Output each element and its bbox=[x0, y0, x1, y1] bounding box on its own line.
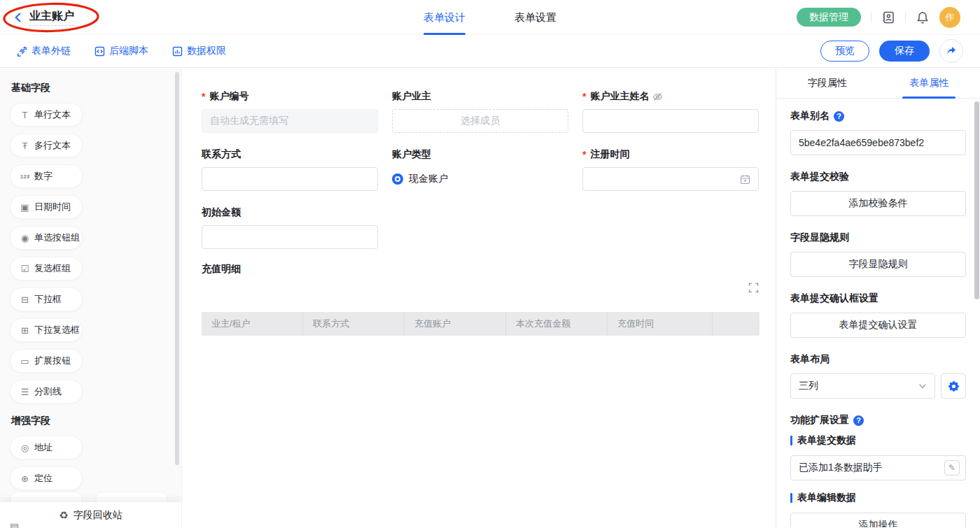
single-line-text-icon: T bbox=[20, 110, 30, 120]
toolbar-links: 表单外链 后端脚本 数据权限 bbox=[17, 45, 226, 57]
field-contact[interactable]: 联系方式 bbox=[202, 148, 378, 191]
data-permission-button[interactable]: 数据权限 bbox=[172, 45, 226, 57]
calendar-icon bbox=[740, 174, 750, 185]
field-pill-address[interactable]: ◎地址 bbox=[10, 436, 83, 459]
share-arrow-icon bbox=[946, 45, 957, 57]
field-account-type[interactable]: 账户类型 现金账户 bbox=[392, 148, 568, 191]
submit-validation-label: 表单提交校验 bbox=[790, 171, 849, 183]
expand-fullscreen-icon[interactable] bbox=[748, 283, 759, 293]
tab-form-properties[interactable]: 表单属性 bbox=[878, 68, 980, 98]
initial-amount-input[interactable] bbox=[202, 225, 378, 249]
subtable-col-actions bbox=[713, 312, 760, 336]
form-alias-label: 表单别名 bbox=[790, 110, 830, 122]
form-external-link-button[interactable]: 表单外链 bbox=[17, 45, 71, 57]
extension-settings-title: 功能扩展设置 bbox=[790, 414, 849, 427]
account-owner-picker[interactable]: 选择成员 bbox=[392, 109, 568, 133]
help-icon[interactable]: ? bbox=[834, 111, 844, 122]
recycle-icon: ♻ bbox=[59, 509, 68, 522]
subtable-col-time: 充值时间 bbox=[608, 312, 713, 336]
field-label: 账户业主姓名 bbox=[590, 90, 649, 103]
address-icon: ◎ bbox=[20, 443, 30, 453]
radio-group-icon: ◉ bbox=[20, 233, 30, 243]
confirm-box-label: 表单提交确认框设置 bbox=[790, 292, 878, 305]
extend-button-icon: ▭ bbox=[20, 356, 30, 366]
field-owner-name[interactable]: * 账户业主姓名 bbox=[582, 90, 759, 133]
section-title-enhanced-fields: 增强字段 bbox=[11, 415, 167, 427]
notification-bell-icon[interactable] bbox=[916, 10, 930, 24]
form-toolbar: 表单外链 后端脚本 数据权限 预览 保存 bbox=[0, 35, 980, 68]
field-register-time[interactable]: *注册时间 bbox=[582, 148, 759, 191]
save-button[interactable]: 保存 bbox=[879, 41, 930, 62]
add-validation-button[interactable]: 添加校验条件 bbox=[790, 191, 966, 216]
submit-data-label: 表单提交数据 bbox=[797, 434, 856, 447]
form-alias-input[interactable]: 5be4e2fa4ae659ebe873bef2 bbox=[790, 130, 966, 155]
designer-body: 基础字段 T单行文本 Ŧ多行文本 123数字 ▣日期时间 ◉单选按钮组 ☑复选框… bbox=[0, 68, 980, 528]
tab-field-properties[interactable]: 字段属性 bbox=[776, 68, 878, 98]
top-header: 业主账户 表单设计 表单设置 数据管理 作 bbox=[0, 0, 980, 35]
select-icon: ⊟ bbox=[20, 294, 30, 305]
field-label: 注册时间 bbox=[590, 148, 629, 161]
location-icon: ⊕ bbox=[20, 473, 30, 484]
field-recycle-bin-button[interactable]: ♻ 字段回收站 ▤ bbox=[0, 502, 181, 528]
data-manage-button[interactable]: 数据管理 bbox=[797, 8, 861, 27]
help-icon[interactable]: ? bbox=[853, 415, 864, 426]
field-label: 充值明细 bbox=[202, 263, 241, 276]
layout-settings-button[interactable] bbox=[941, 373, 966, 399]
divider bbox=[905, 12, 906, 23]
visibility-rule-label: 字段显隐规则 bbox=[790, 231, 849, 244]
field-pill-extend-button[interactable]: ▭扩展按钮 bbox=[10, 349, 83, 373]
preview-button[interactable]: 预览 bbox=[820, 41, 869, 62]
toolbar-actions: 预览 保存 bbox=[820, 39, 963, 63]
tab-form-design[interactable]: 表单设计 bbox=[424, 0, 465, 35]
field-pill-radio-group[interactable]: ◉单选按钮组 bbox=[10, 226, 83, 250]
divider bbox=[871, 12, 872, 23]
cash-account-radio[interactable] bbox=[392, 173, 403, 185]
clipped-icon: ▤ bbox=[10, 521, 19, 528]
form-layout-select[interactable]: 三列 bbox=[790, 373, 935, 399]
account-number-input[interactable]: 自动生成无需填写 bbox=[202, 109, 378, 133]
field-pill-multi-select[interactable]: ⊞下拉复选框 bbox=[10, 318, 83, 342]
fields-sidebar: 基础字段 T单行文本 Ŧ多行文本 123数字 ▣日期时间 ◉单选按钮组 ☑复选框… bbox=[0, 68, 182, 528]
edit-data-label: 表单编辑数据 bbox=[797, 492, 856, 504]
share-button[interactable] bbox=[939, 39, 963, 63]
field-recharge-detail-subtable[interactable]: 充值明细 业主/租户 联系方式 充值账户 本次充值金额 充值时间 bbox=[202, 263, 759, 336]
field-label: 账户业主 bbox=[392, 90, 431, 103]
field-initial-amount[interactable]: 初始金额 bbox=[202, 206, 378, 249]
field-pill-number[interactable]: 123数字 bbox=[10, 164, 83, 188]
field-pill-checkbox-group[interactable]: ☑复选框组 bbox=[10, 257, 83, 280]
submit-data-field[interactable]: 已添加1条数据助手 ✎ bbox=[790, 455, 966, 480]
add-operation-button[interactable]: 添加操作 bbox=[790, 513, 966, 527]
register-time-input[interactable] bbox=[582, 167, 759, 191]
tab-form-settings[interactable]: 表单设置 bbox=[514, 0, 556, 35]
section-marker bbox=[790, 436, 792, 445]
field-pill-select[interactable]: ⊟下拉框 bbox=[10, 287, 83, 311]
form-layout-label: 表单布局 bbox=[790, 353, 830, 366]
contact-input[interactable] bbox=[202, 167, 378, 191]
field-pill-multiline-text[interactable]: Ŧ多行文本 bbox=[10, 134, 83, 157]
visibility-rule-button[interactable]: 字段显隐规则 bbox=[790, 252, 966, 277]
form-canvas[interactable]: *账户编号 自动生成无需填写 账户业主 选择成员 * 账户业主姓名 bbox=[182, 68, 776, 528]
edit-pencil-icon[interactable]: ✎ bbox=[944, 460, 960, 476]
sidebar-scrollbar[interactable] bbox=[175, 72, 179, 465]
field-pill-single-line-text[interactable]: T单行文本 bbox=[10, 103, 83, 127]
panel-scrollbar[interactable] bbox=[974, 101, 979, 299]
permission-icon bbox=[172, 46, 183, 57]
eye-off-icon bbox=[652, 92, 663, 102]
contact-book-icon[interactable] bbox=[881, 10, 895, 24]
confirm-box-button[interactable]: 表单提交确认设置 bbox=[790, 313, 966, 338]
section-title-basic-fields: 基础字段 bbox=[11, 82, 167, 94]
user-avatar[interactable]: 作 bbox=[939, 7, 960, 28]
field-account-owner[interactable]: 账户业主 选择成员 bbox=[392, 90, 568, 133]
link-icon bbox=[17, 46, 27, 57]
field-pill-divider[interactable]: ☰分割线 bbox=[10, 380, 83, 404]
backend-script-button[interactable]: 后端脚本 bbox=[94, 45, 148, 57]
multiline-text-icon: Ŧ bbox=[20, 141, 30, 151]
form-designer-app: 业主账户 表单设计 表单设置 数据管理 作 表单外链 bbox=[0, 0, 980, 528]
field-pill-datetime[interactable]: ▣日期时间 bbox=[10, 195, 83, 219]
owner-name-input[interactable] bbox=[582, 109, 759, 133]
field-account-number[interactable]: *账户编号 自动生成无需填写 bbox=[202, 90, 378, 133]
multi-select-icon: ⊞ bbox=[20, 325, 30, 336]
number-icon: 123 bbox=[20, 173, 30, 180]
chevron-down-icon bbox=[918, 382, 927, 390]
field-pill-location[interactable]: ⊕定位 bbox=[10, 466, 83, 490]
